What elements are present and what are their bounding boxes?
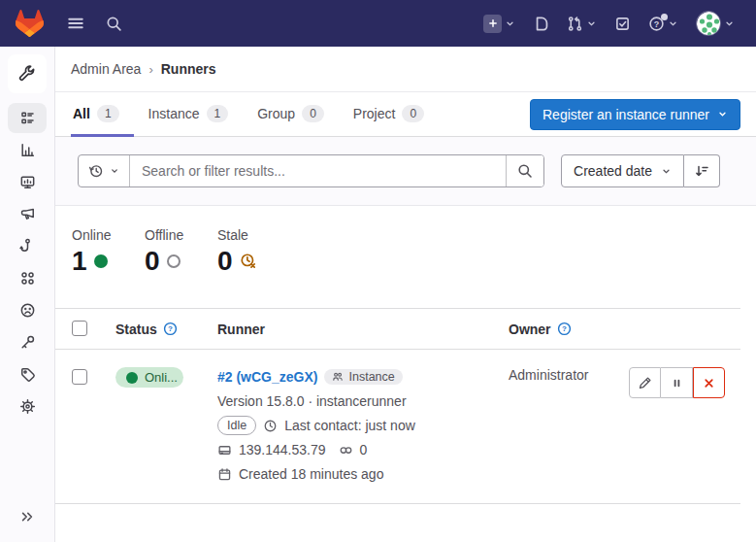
sidebar-admin-area-button[interactable] xyxy=(8,54,47,93)
runner-summary-cell: #2 (wCG_zeGX) Instance Version 15.8.0 · … xyxy=(217,367,500,484)
tab-label: All xyxy=(73,106,90,121)
stat-value: 1 xyxy=(72,246,87,277)
runner-tabs-row: All 1 Instance 1 Group 0 Project 0 xyxy=(55,92,756,137)
todos-button[interactable] xyxy=(608,10,637,38)
todo-check-icon xyxy=(614,16,631,32)
chevron-down-icon xyxy=(586,18,597,29)
stat-value: 0 xyxy=(217,246,233,277)
runner-type-label: Instance xyxy=(348,370,394,384)
key-icon xyxy=(19,334,36,351)
runner-last-contact: Last contact: just now xyxy=(284,418,415,433)
tab-label: Project xyxy=(353,106,396,121)
tab-count-badge: 1 xyxy=(97,105,119,122)
runner-link[interactable]: #2 (wCG_zeGX) xyxy=(217,369,317,385)
sidebar-expand-button[interactable] xyxy=(12,505,43,528)
tab-project[interactable]: Project 0 xyxy=(339,92,439,137)
gitlab-admin-runners-page: ? xyxy=(0,0,756,542)
sidebar-item-settings[interactable] xyxy=(8,391,47,422)
sidebar-item-abuse-reports[interactable] xyxy=(8,295,47,325)
runner-version-line: Version 15.8.0 · instancerunner xyxy=(217,393,407,409)
runner-status-badge: Onli... xyxy=(115,367,183,388)
breadcrumb-separator: › xyxy=(148,62,152,77)
applications-icon xyxy=(19,270,36,287)
runner-stats: Online 1 Offline 0 Stale 0 xyxy=(55,206,756,308)
owner-help-icon[interactable]: ? xyxy=(557,322,572,336)
runner-owner: Administrator xyxy=(509,367,588,383)
sort-by-label: Created date xyxy=(574,163,652,179)
select-all-checkbox[interactable] xyxy=(72,321,87,336)
sidebar-item-analytics[interactable] xyxy=(8,135,47,165)
svg-text:?: ? xyxy=(654,18,660,28)
user-menu-button[interactable] xyxy=(690,5,740,42)
online-dot-icon xyxy=(126,372,138,384)
stat-stale: Stale 0 xyxy=(217,227,274,308)
sidebar-item-deploy-keys[interactable] xyxy=(8,327,47,357)
sort-by-dropdown[interactable]: Created date xyxy=(561,154,684,187)
sidebar-item-monitoring[interactable] xyxy=(8,167,47,197)
hook-icon xyxy=(19,238,36,254)
chevron-down-icon xyxy=(668,18,678,29)
search-history-dropdown[interactable] xyxy=(79,155,130,186)
sort-direction-button[interactable] xyxy=(684,154,720,187)
issues-button[interactable] xyxy=(527,10,555,38)
double-chevron-right-icon xyxy=(19,509,35,525)
history-icon xyxy=(88,163,104,179)
merge-requests-button[interactable] xyxy=(561,10,603,38)
runner-tabs: All 1 Instance 1 Group 0 Project 0 xyxy=(71,92,439,136)
runner-activity-badge: Idle xyxy=(217,416,256,435)
gitlab-tanuki-icon xyxy=(16,10,44,37)
sort-controls: Created date xyxy=(561,154,720,187)
stat-online: Online 1 xyxy=(72,227,128,308)
register-button-label: Register an instance runner xyxy=(542,107,709,122)
column-header-runner: Runner xyxy=(217,322,265,337)
stat-label: Offline xyxy=(145,227,201,243)
runners-table: Status ? Runner Owner ? xyxy=(55,308,756,542)
tab-count-badge: 1 xyxy=(207,105,229,122)
chart-icon xyxy=(19,142,36,158)
search-submit-button[interactable] xyxy=(506,155,543,186)
select-runner-checkbox[interactable] xyxy=(72,369,87,385)
status-help-icon[interactable]: ? xyxy=(163,322,178,336)
stat-label: Online xyxy=(72,227,128,243)
stale-clock-icon xyxy=(240,253,257,270)
edit-runner-button[interactable] xyxy=(629,367,661,398)
table-header-row: Status ? Runner Owner ? xyxy=(55,308,740,350)
megaphone-icon xyxy=(19,206,36,222)
calendar-icon xyxy=(217,467,232,482)
top-navbar: ? xyxy=(0,0,756,47)
runner-related-count: 0 xyxy=(360,442,368,457)
gitlab-logo[interactable] xyxy=(16,10,44,37)
chevron-down-icon xyxy=(724,18,735,29)
sidebar-item-system-hooks[interactable] xyxy=(8,231,47,261)
sidebar-item-applications[interactable] xyxy=(8,263,47,293)
delete-runner-button[interactable] xyxy=(693,367,725,398)
chevron-down-icon xyxy=(505,18,515,29)
merge-request-icon xyxy=(567,16,583,32)
hamburger-menu-button[interactable] xyxy=(61,9,90,38)
sidebar-item-overview[interactable] xyxy=(8,103,47,133)
status-badge-label: Onli... xyxy=(145,370,178,385)
tab-all[interactable]: All 1 xyxy=(71,92,134,137)
breadcrumb: Admin Area › Runners xyxy=(55,47,756,92)
help-button[interactable]: ? xyxy=(642,10,684,38)
runner-type-badge: Instance xyxy=(324,369,402,385)
hamburger-icon xyxy=(67,15,84,32)
tab-instance[interactable]: Instance 1 xyxy=(134,92,244,137)
search-input[interactable] xyxy=(130,155,506,186)
tab-label: Instance xyxy=(148,106,200,121)
filtered-search-box xyxy=(78,154,544,187)
sidebar-item-messages[interactable] xyxy=(8,199,47,229)
register-instance-runner-button[interactable]: Register an instance runner xyxy=(530,99,740,130)
sidebar-item-labels[interactable] xyxy=(8,359,47,390)
pause-runner-button[interactable] xyxy=(661,367,693,398)
offline-status-icon xyxy=(167,254,181,268)
navbar-search-button[interactable] xyxy=(100,10,128,38)
plus-icon xyxy=(483,15,502,33)
new-menu-button[interactable] xyxy=(477,9,521,39)
svg-text:?: ? xyxy=(562,324,567,333)
column-header-owner: Owner xyxy=(509,322,551,337)
avatar xyxy=(696,11,721,36)
sad-face-icon xyxy=(19,302,36,319)
breadcrumb-admin-area[interactable]: Admin Area xyxy=(71,61,141,77)
tab-group[interactable]: Group 0 xyxy=(243,92,339,137)
